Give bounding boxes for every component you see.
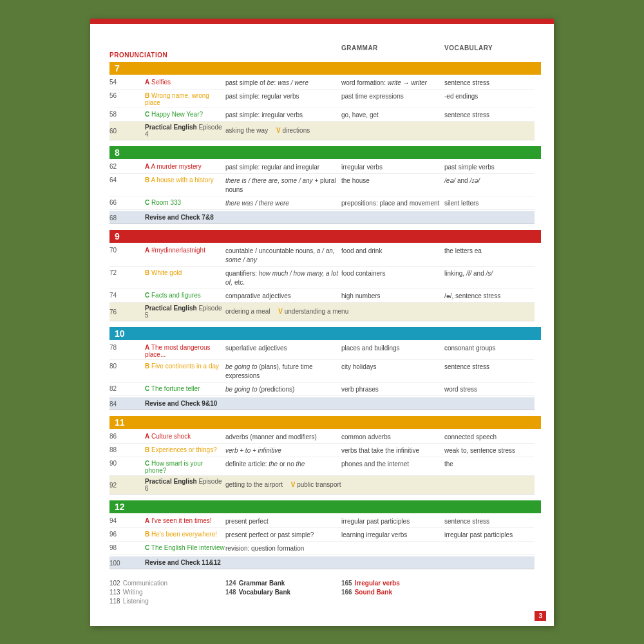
- grammar-58: past simple: irregular verbs: [225, 109, 341, 120]
- unit-11-number: 11: [109, 416, 145, 429]
- lesson-70: A #mydinnerlastnight: [145, 245, 225, 254]
- unit-11-fill1: [145, 416, 225, 429]
- unit-11-fill4: [444, 416, 541, 429]
- unit-8-fill1: [145, 146, 225, 159]
- table-row: 82 C The fortune teller be going to (pre…: [109, 383, 535, 396]
- unit-8-fill2: [225, 146, 341, 159]
- unit-9-number: 9: [109, 230, 145, 243]
- practical-label: Practical English Episode 6: [145, 478, 225, 492]
- page-num-88: 88: [109, 445, 145, 453]
- bottom-item-red: 165Irregular verbs: [341, 580, 470, 587]
- lesson-96: B He's been everywhere!: [145, 529, 225, 538]
- grammar-62: past simple: regular and irregular: [225, 162, 341, 172]
- lesson-58: C Happy New Year?: [145, 109, 225, 118]
- bottom-item-red: 166Sound Bank: [341, 589, 470, 596]
- table-row: 70 A #mydinnerlastnight countable / unco…: [109, 244, 535, 267]
- grammar-86: adverbs (manner and modifiers): [225, 431, 341, 442]
- table-row: 98 C The English File interview revision…: [109, 542, 535, 555]
- unit-12-fill4: [444, 500, 541, 513]
- pronun-64: /eə/ and /ɪə/: [444, 175, 541, 185]
- grammar-66: there was / there were: [225, 198, 341, 208]
- vocab-88: verbs that take the infinitive: [341, 445, 444, 455]
- unit-7-fill1: [145, 62, 225, 75]
- practical-content: getting to the airport V public transpor…: [225, 481, 547, 488]
- bottom-col-1: 102Communication 113Writing 118Listening: [109, 580, 225, 607]
- vocab-94: irregular past participles: [341, 516, 444, 526]
- unit-11-bar: 11: [109, 416, 535, 429]
- lesson-title: Room 333: [151, 199, 181, 206]
- page-num-62: 62: [109, 162, 145, 170]
- vocab-54: word formation: write → writer: [341, 77, 444, 88]
- practical-row-11: 92 Practical English Episode 6 getting t…: [109, 476, 535, 495]
- page-num-78: 78: [109, 343, 145, 351]
- pronun-78: consonant groups: [444, 343, 541, 353]
- lesson-title: The most dangerous place...: [145, 344, 211, 358]
- lesson-title: A murder mystery: [151, 163, 201, 170]
- page-num-92: 92: [109, 480, 145, 489]
- lesson-letter: A: [145, 517, 149, 524]
- pronunciation-header: PRONUNCIATION: [109, 52, 225, 59]
- pronun-82: word stress: [444, 384, 541, 394]
- lesson-letter: B: [145, 176, 149, 184]
- lesson-letter: A: [145, 163, 149, 170]
- lesson-88: B Experiences or things?: [145, 445, 225, 453]
- revise-row-8: 68 Revise and Check 7&8: [109, 211, 535, 224]
- grammar-56: past simple: regular verbs: [225, 91, 341, 101]
- unit-10-fill1: [145, 327, 225, 340]
- page-num-96: 96: [109, 529, 145, 538]
- pronun-62: past simple verbs: [444, 162, 541, 172]
- vocab-82: verb phrases: [341, 384, 444, 394]
- lesson-80: B Five continents in a day: [145, 361, 225, 370]
- pronun-72: linking, /f/ and /s/: [444, 268, 541, 278]
- grammar-80: be going to (plans), future time express…: [225, 361, 341, 381]
- bottom-item-bold: 148Vocabulary Bank: [225, 589, 341, 596]
- unit-9-bar: 9: [109, 230, 535, 243]
- table-row: 94 A I've seen it ten times! present per…: [109, 515, 535, 528]
- vocab-64: the house: [341, 175, 444, 185]
- lesson-letter: B: [145, 363, 149, 370]
- vocab-58: go, have, get: [341, 109, 444, 120]
- vocab-74: high numbers: [341, 290, 444, 301]
- table-row: 58 C Happy New Year? past simple: irregu…: [109, 108, 535, 122]
- lesson-64: B A house with a history: [145, 175, 225, 184]
- table-row: 90 C How smart is your phone? definite a…: [109, 457, 535, 476]
- page-num-84: 84: [109, 399, 145, 408]
- lesson-title: Five continents in a day: [151, 363, 219, 370]
- page-num-56: 56: [109, 91, 145, 99]
- unit-9-fill2: [225, 230, 341, 243]
- grammar-88: verb + to + infinitive: [225, 445, 341, 455]
- lesson-letter: C: [145, 292, 149, 299]
- page-num-66: 66: [109, 198, 145, 206]
- lesson-title: Facts and figures: [151, 292, 201, 299]
- page-num-68: 68: [109, 213, 145, 222]
- practical-row-9: 76 Practical English Episode 5 ordering …: [109, 303, 535, 321]
- bottom-col-3: 165Irregular verbs 166Sound Bank: [341, 580, 470, 607]
- unit-8-fill3: [341, 146, 444, 159]
- column-headers: GRAMMAR VOCABULARY PRONUNCIATION: [109, 44, 535, 59]
- pronun-90: the: [444, 459, 541, 469]
- pronun-74: /ə/, sentence stress: [444, 290, 541, 301]
- practical-row-7: 60 Practical English Episode 4 asking th…: [109, 122, 535, 140]
- unit-9-fill1: [145, 230, 225, 243]
- lesson-74: C Facts and figures: [145, 290, 225, 299]
- unit-10-fill3: [341, 327, 444, 340]
- page-num-54: 54: [109, 77, 145, 86]
- grammar-78: superlative adjectives: [225, 343, 341, 353]
- lesson-letter: C: [145, 385, 149, 392]
- lesson-letter: A: [145, 433, 149, 440]
- lesson-letter: C: [145, 111, 149, 118]
- unit-7-fill4: [444, 62, 541, 75]
- bottom-col-2: 124Grammar Bank 148Vocabulary Bank: [225, 580, 341, 607]
- unit-9-fill4: [444, 230, 541, 243]
- vocab-78: places and buildings: [341, 343, 444, 353]
- vocab-66: prepositions: place and movement: [341, 198, 444, 208]
- lesson-62: A A murder mystery: [145, 162, 225, 170]
- lesson-78: A The most dangerous place...: [145, 343, 225, 358]
- content: GRAMMAR VOCABULARY PRONUNCIATION 7 54 A …: [109, 44, 535, 607]
- lesson-title: The fortune teller: [151, 385, 200, 392]
- grammar-98: revision: question formation: [225, 543, 341, 553]
- revise-text: Revise and Check 7&8: [145, 214, 576, 221]
- table-row: 96 B He's been everywhere! present perfe…: [109, 528, 535, 542]
- lesson-letter: B: [145, 269, 149, 276]
- unit-12-number: 12: [109, 500, 145, 513]
